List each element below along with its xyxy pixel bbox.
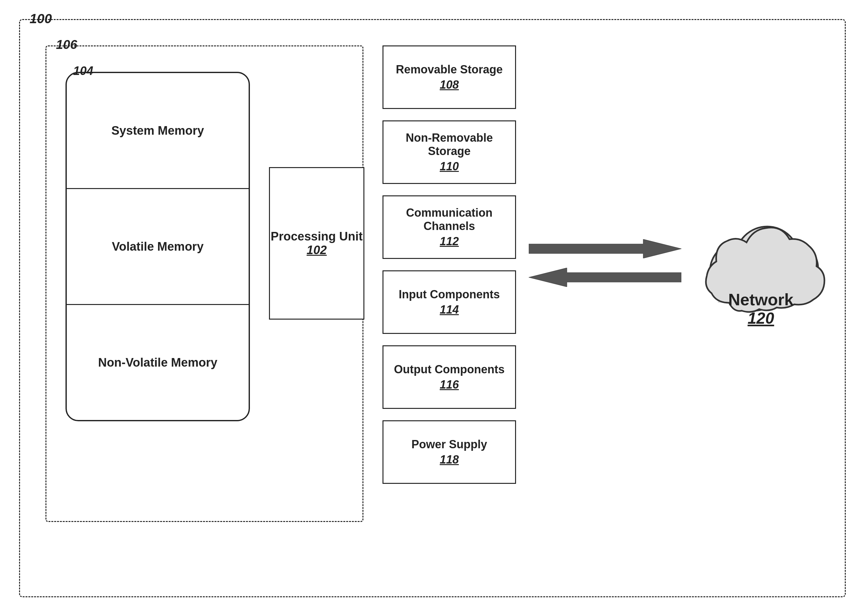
volatile-memory-row: Volatile Memory bbox=[67, 189, 249, 305]
removable-storage-number: 108 bbox=[440, 78, 459, 91]
network-cloud: Network 120 bbox=[691, 201, 831, 335]
non-removable-storage-label: Non-Removable Storage bbox=[390, 131, 509, 158]
label-100: 100 bbox=[30, 11, 52, 27]
network-label: Network bbox=[728, 290, 793, 309]
label-106: 106 bbox=[56, 38, 77, 52]
svg-marker-1 bbox=[529, 268, 681, 287]
output-components-box: Output Components 116 bbox=[383, 345, 516, 409]
power-supply-label: Power Supply bbox=[411, 438, 487, 451]
box-106: 106 104 System Memory Volatile Memory No… bbox=[46, 46, 364, 522]
processing-unit-box: Processing Unit 102 bbox=[269, 167, 364, 320]
right-column: Removable Storage 108 Non-Removable Stor… bbox=[383, 46, 516, 484]
removable-storage-box: Removable Storage 108 bbox=[383, 46, 516, 109]
non-removable-storage-box: Non-Removable Storage 110 bbox=[383, 120, 516, 184]
power-supply-box: Power Supply 118 bbox=[383, 420, 516, 484]
non-removable-storage-number: 110 bbox=[440, 160, 459, 173]
network-number: 120 bbox=[748, 309, 774, 328]
communication-channels-label: Communication Channels bbox=[390, 206, 509, 233]
arrows-area bbox=[519, 231, 691, 295]
arrow-right bbox=[529, 239, 681, 258]
power-supply-number: 118 bbox=[440, 453, 459, 467]
outer-diagram-box: 100 106 104 System Memory Volatile Memor… bbox=[19, 19, 846, 597]
communication-channels-box: Communication Channels 112 bbox=[383, 195, 516, 259]
processing-unit-label: Processing Unit bbox=[271, 230, 362, 244]
removable-storage-label: Removable Storage bbox=[396, 63, 503, 76]
arrow-left bbox=[529, 268, 681, 287]
input-components-label: Input Components bbox=[399, 288, 500, 301]
svg-marker-0 bbox=[529, 239, 681, 258]
input-components-number: 114 bbox=[440, 303, 459, 316]
system-memory-box: 104 System Memory Volatile Memory Non-Vo… bbox=[66, 72, 250, 421]
output-components-number: 116 bbox=[440, 378, 459, 391]
input-components-box: Input Components 114 bbox=[383, 270, 516, 334]
communication-channels-number: 112 bbox=[440, 235, 459, 248]
system-memory-header: System Memory bbox=[67, 73, 249, 189]
label-104: 104 bbox=[73, 64, 93, 78]
output-components-label: Output Components bbox=[394, 363, 504, 376]
processing-unit-number: 102 bbox=[307, 244, 326, 257]
non-volatile-memory-row: Non-Volatile Memory bbox=[67, 305, 249, 420]
